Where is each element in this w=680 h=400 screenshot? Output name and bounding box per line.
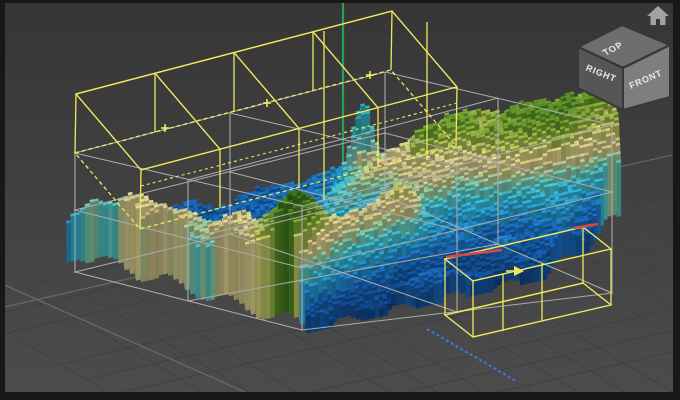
home-button[interactable]	[647, 6, 669, 25]
viewport-frame: TOP RIGHT FRONT	[0, 0, 680, 400]
view-cube[interactable]: TOP RIGHT FRONT	[560, 0, 680, 120]
home-icon	[647, 6, 669, 25]
view-cube-body[interactable]: TOP RIGHT FRONT	[578, 25, 670, 110]
